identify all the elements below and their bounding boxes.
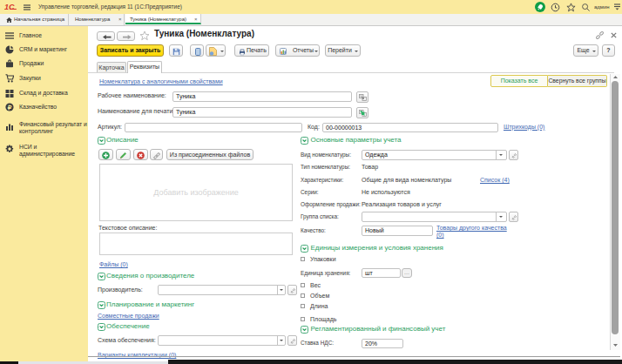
svg-text:₽: ₽ (8, 104, 12, 111)
